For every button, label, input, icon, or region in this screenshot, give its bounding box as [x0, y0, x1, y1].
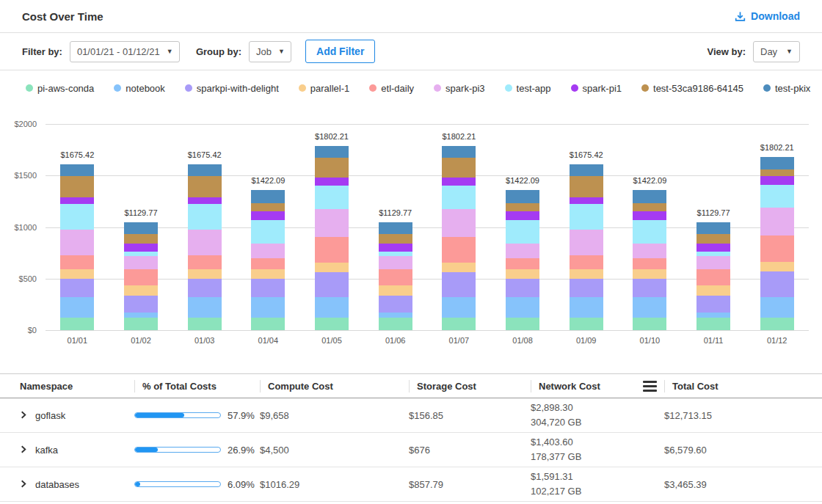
- legend-item-test-app[interactable]: test-app: [505, 83, 551, 94]
- bar-segment-spark-pi3: [760, 208, 794, 236]
- bar-stack[interactable]: [506, 190, 539, 330]
- bar-stack[interactable]: [442, 146, 476, 330]
- download-button[interactable]: Download: [735, 10, 800, 22]
- legend-item-test-53ca9186-64145[interactable]: test-53ca9186-64145: [641, 83, 743, 94]
- app-header: Cost Over Time Download: [0, 0, 822, 33]
- bar-segment-test-app: [506, 220, 539, 244]
- bar-segment-spark-pi3: [506, 244, 539, 258]
- bar-segment-sparkpi-with-delight: [570, 279, 603, 297]
- bar-stack[interactable]: [633, 190, 666, 330]
- bar-segment-test-53ca9186-64145: [379, 234, 412, 244]
- view-by-select[interactable]: Day ▼: [753, 41, 800, 62]
- bar-segment-test-53ca9186-64145: [315, 158, 349, 177]
- namespace-label: kafka: [35, 445, 58, 456]
- namespace-cell[interactable]: kafka: [20, 445, 134, 456]
- legend-item-notebook[interactable]: notebook: [114, 83, 165, 94]
- legend-item-pi-aws-conda[interactable]: pi-aws-conda: [26, 83, 94, 94]
- bar-segment-spark-pi1: [506, 211, 539, 220]
- namespace-cell[interactable]: goflask: [20, 410, 134, 421]
- table-header: Namespace % of Total Costs Compute Cost …: [0, 374, 822, 398]
- namespace-label: databases: [35, 479, 79, 490]
- legend-item-parallel-1[interactable]: parallel-1: [299, 83, 349, 94]
- bar-segment-notebook: [633, 297, 666, 317]
- bar-group: $1675.42: [554, 124, 618, 330]
- legend-dot: [299, 84, 306, 92]
- bar-segment-notebook: [251, 297, 285, 317]
- bar-segment-sparkpi-with-delight: [506, 279, 539, 297]
- bar-stack[interactable]: [188, 164, 222, 330]
- bar-segment-sparkpi-with-delight: [696, 296, 730, 313]
- bar-segment-test-53ca9186-64145: [251, 203, 285, 212]
- bar-segment-spark-pi1: [570, 197, 603, 204]
- bar-segment-test-pkix: [315, 146, 349, 158]
- expand-chevron-icon[interactable]: [20, 479, 27, 490]
- bar-segment-pi-aws-conda: [760, 318, 794, 330]
- bar-stack[interactable]: [760, 157, 794, 330]
- legend-item-spark-pi3[interactable]: spark-pi3: [434, 83, 484, 94]
- bar-segment-pi-aws-conda: [60, 318, 94, 330]
- bar-segment-pi-aws-conda: [696, 318, 730, 330]
- bar-segment-spark-pi3: [442, 209, 476, 237]
- x-axis-tick: 01/01: [46, 336, 109, 345]
- legend-label: test-53ca9186-64145: [653, 83, 743, 94]
- bar-segment-test-53ca9186-64145: [506, 203, 539, 212]
- bar-segment-spark-pi3: [188, 230, 222, 255]
- bar-segment-test-pkix: [506, 190, 539, 203]
- cost-table: Namespace % of Total Costs Compute Cost …: [0, 373, 822, 502]
- bar-stack[interactable]: [696, 222, 730, 330]
- bar-segment-test-53ca9186-64145: [570, 176, 603, 197]
- bar-segment-test-app: [124, 252, 158, 257]
- expand-chevron-icon[interactable]: [20, 445, 27, 456]
- bar-segment-pi-aws-conda: [379, 318, 412, 330]
- percent-bar-track: [134, 481, 221, 487]
- add-filter-button[interactable]: Add Filter: [305, 40, 375, 63]
- bar-segment-test-pkix: [570, 164, 603, 176]
- bar-segment-pi-aws-conda: [251, 318, 285, 330]
- bar-group: $1802.21: [745, 124, 809, 330]
- legend-label: spark-pi3: [445, 83, 484, 94]
- legend-label: notebook: [126, 83, 165, 94]
- bar-segment-test-pkix: [124, 222, 158, 234]
- compute-cost-cell: $4,500: [260, 445, 409, 456]
- x-axis-tick: 01/06: [363, 336, 427, 345]
- legend-item-etl-daily[interactable]: etl-daily: [369, 83, 414, 94]
- bar-segment-parallel-1: [442, 263, 476, 272]
- date-range-select[interactable]: 01/01/21 - 01/12/21 ▼: [70, 41, 180, 62]
- legend-dot: [185, 84, 192, 92]
- bar-stack[interactable]: [315, 146, 349, 330]
- bar-stack[interactable]: [60, 164, 94, 330]
- percent-bar-track: [134, 412, 221, 418]
- total-cost-cell: $12,713.15: [664, 410, 807, 421]
- percent-bar-fill: [135, 413, 184, 417]
- bar-segment-spark-pi3: [633, 244, 666, 258]
- column-header-compute: Compute Cost: [260, 380, 409, 392]
- legend-item-spark-pi1[interactable]: spark-pi1: [571, 83, 622, 94]
- bar-stack[interactable]: [251, 190, 285, 330]
- x-axis-tick: 01/07: [427, 336, 491, 345]
- legend-item-test-pkix[interactable]: test-pkix: [763, 83, 810, 94]
- compute-cost-cell: $9,658: [260, 410, 409, 421]
- legend-item-sparkpi-with-delight[interactable]: sparkpi-with-delight: [185, 83, 279, 94]
- percent-value: 26.9%: [228, 445, 255, 456]
- y-axis-tick: $1500: [14, 171, 37, 180]
- bar-segment-test-53ca9186-64145: [60, 176, 94, 197]
- group-by-select[interactable]: Job ▼: [249, 41, 291, 62]
- bar-segment-parallel-1: [633, 269, 666, 279]
- namespace-cell[interactable]: databases: [20, 479, 134, 490]
- bar-stack[interactable]: [570, 164, 603, 330]
- bar-stack[interactable]: [124, 222, 158, 330]
- bar-segment-etl-daily: [188, 255, 222, 269]
- compute-cost-cell: $1016.29: [260, 479, 409, 490]
- bar-segment-test-pkix: [442, 146, 476, 158]
- expand-chevron-icon[interactable]: [20, 410, 27, 421]
- total-cost-cell: $3,465.39: [664, 479, 807, 490]
- bar-segment-test-pkix: [60, 164, 94, 176]
- legend-label: test-pkix: [775, 83, 810, 94]
- bar-segment-test-pkix: [251, 190, 285, 203]
- bar-stack[interactable]: [379, 222, 412, 330]
- legend-dot: [434, 84, 441, 92]
- network-cost-cell: $2,898.30304,720 GB: [531, 401, 664, 430]
- bar-segment-test-app: [60, 204, 94, 230]
- column-menu-icon[interactable]: [643, 381, 657, 392]
- bar-segment-parallel-1: [760, 262, 794, 271]
